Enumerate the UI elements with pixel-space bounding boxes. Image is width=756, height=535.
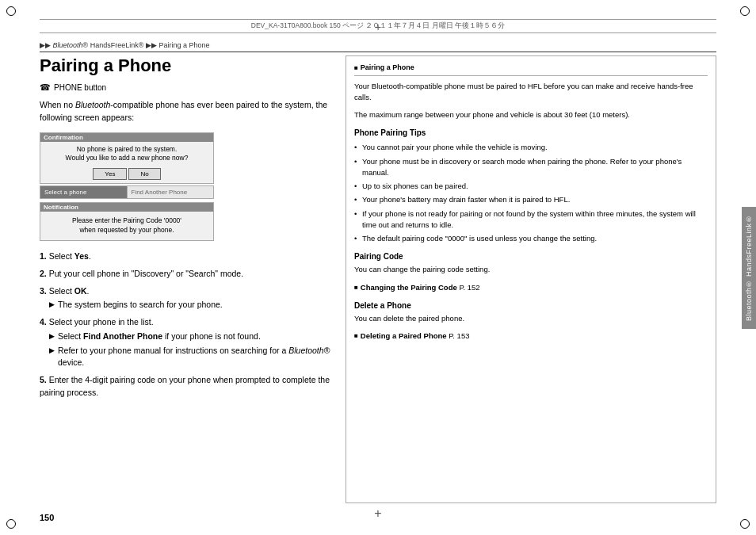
triangle-bullet-3: ▶ — [49, 300, 55, 311]
tip-2: Your phone must be in discovery or searc… — [354, 156, 708, 179]
notification-text: Please enter the Pairing Code '0000'when… — [45, 215, 208, 237]
phone-button-label: PHONE button — [54, 83, 106, 92]
find-another-label[interactable]: Find Another Phone — [128, 186, 214, 198]
step-4-sub1: ▶ Select Find Another Phone if your phon… — [40, 331, 333, 343]
confirmation-buttons: Yes No — [45, 168, 208, 180]
breadcrumb-arrows1: ▶▶ — [40, 41, 51, 49]
step-3-sub: ▶ The system begins to search for your p… — [40, 299, 333, 311]
intro-text: When no Bluetooth-compatible phone has e… — [40, 99, 333, 124]
tip-5: If your phone is not ready for pairing o… — [354, 208, 708, 231]
select-phone-label[interactable]: Select a phone — [40, 186, 128, 198]
breadcrumb-item2: Pairing a Phone — [158, 41, 209, 49]
page-title: Pairing a Phone — [40, 55, 333, 76]
delete-phone-text: You can delete the paired phone. — [354, 313, 708, 324]
pairing-code-title: Pairing Code — [354, 250, 708, 262]
left-column: Pairing a Phone ☎ PHONE button When no B… — [40, 55, 333, 503]
notification-title-bar: Notification — [40, 203, 213, 212]
breadcrumb-item1: Bluetooth® HandsFreeLink® — [53, 41, 144, 49]
step-5-text: Enter the 4-digit pairing code on your p… — [40, 375, 330, 397]
tips-list: You cannot pair your phone while the veh… — [354, 142, 708, 244]
step-1: 1. Select Yes. — [40, 250, 333, 263]
tip-1: You cannot pair your phone while the veh… — [354, 142, 708, 153]
tip-4: Your phone's battery may drain faster wh… — [354, 194, 708, 205]
right-col-title: ■ Pairing a Phone — [354, 63, 708, 76]
content-area: ▶▶ Bluetooth® HandsFreeLink® ▶▶ Pairing … — [40, 41, 716, 503]
step-2-text: Put your cell phone in "Discovery" or "S… — [49, 269, 243, 278]
step-1-num: 1. — [40, 251, 47, 261]
right-column: ■ Pairing a Phone Your Bluetooth-compati… — [346, 55, 716, 503]
select-phone-row: Select a phone Find Another Phone — [40, 185, 214, 199]
notification-content: Please enter the Pairing Code '0000'when… — [40, 212, 213, 240]
screenshots: Confirmation No phone is paired to the s… — [40, 132, 333, 243]
right-para1: Your Bluetooth-compatible phone must be … — [354, 81, 708, 104]
step-4-text: Select your phone in the list. — [49, 317, 154, 327]
delete-phone-ref: ■ Deleting a Paired Phone P. 153 — [354, 331, 708, 342]
side-tab: Bluetooth® HandsFreeLink® — [742, 206, 756, 328]
right-title-icon: ■ — [354, 63, 358, 73]
triangle-bullet-4a: ▶ — [49, 331, 55, 342]
confirmation-content: No phone is paired to the system.Would y… — [40, 142, 213, 184]
two-column-layout: Pairing a Phone ☎ PHONE button When no B… — [40, 55, 716, 503]
right-title-text: Pairing a Phone — [361, 63, 414, 74]
tip-3: Up to six phones can be paired. — [354, 181, 708, 192]
phone-icon: ☎ — [40, 82, 51, 93]
steps-list: 1. Select Yes. 2. Put your cell phone in… — [40, 250, 333, 399]
pairing-code-ref-icon: ■ — [354, 283, 358, 292]
step-1-text: Select Yes. — [49, 251, 91, 261]
step-4-sub2-text: Refer to your phone manual for instructi… — [58, 345, 333, 370]
confirmation-title-bar: Confirmation — [40, 133, 213, 142]
step-3-num: 3. — [40, 286, 47, 296]
step-2: 2. Put your cell phone in "Discovery" or… — [40, 268, 333, 281]
step-5: 5. Enter the 4-digit pairing code on you… — [40, 374, 333, 399]
phone-button-line: ☎ PHONE button — [40, 82, 333, 93]
yes-button[interactable]: Yes — [93, 168, 127, 180]
page-number: 150 — [40, 513, 54, 522]
step-4-sub2: ▶ Refer to your phone manual for instruc… — [40, 345, 333, 370]
step-4-num: 4. — [40, 317, 47, 327]
delete-phone-ref-text: Deleting a Paired Phone P. 153 — [361, 331, 470, 342]
step-3-text: Select OK. — [49, 286, 90, 296]
breadcrumb: ▶▶ Bluetooth® HandsFreeLink® ▶▶ Pairing … — [40, 41, 716, 52]
no-button[interactable]: No — [128, 168, 160, 180]
notification-screen: Notification Please enter the Pairing Co… — [40, 202, 214, 241]
bottom-crosshair — [374, 506, 381, 521]
confirmation-screen: Confirmation No phone is paired to the s… — [40, 132, 214, 185]
corner-mark-tr — [740, 6, 750, 16]
step-3-sub-text: The system begins to search for your pho… — [58, 299, 223, 311]
confirmation-text: No phone is paired to the system.Would y… — [45, 145, 208, 164]
pairing-code-text: You can change the pairing code setting. — [354, 264, 708, 275]
file-info-text: DEV_KA-31T0A800.book 150 ページ ２０１１年７月４日 月… — [251, 21, 505, 31]
triangle-bullet-4b: ▶ — [49, 346, 55, 357]
right-para2: The maximum range between your phone and… — [354, 109, 708, 120]
delete-phone-ref-icon: ■ — [354, 331, 358, 341]
delete-phone-title: Delete a Phone — [354, 300, 708, 311]
breadcrumb-arrows2: ▶▶ — [146, 41, 157, 49]
file-info-bar: DEV_KA-31T0A800.book 150 ページ ２０１１年７月４日 月… — [40, 19, 716, 33]
corner-mark-br — [740, 519, 750, 529]
step-2-num: 2. — [40, 269, 47, 278]
step-5-num: 5. — [40, 375, 47, 384]
tips-title: Phone Pairing Tips — [354, 127, 708, 139]
step-4: 4. Select your phone in the list. ▶ Sele… — [40, 316, 333, 369]
pairing-code-ref: ■ Changing the Pairing Code P. 152 — [354, 282, 708, 293]
page: + DEV_KA-31T0A800.book 150 ページ ２０１１年７月４日… — [0, 0, 756, 535]
tip-6: The default pairing code "0000" is used … — [354, 233, 708, 244]
step-4-sub1-text: Select Find Another Phone if your phone … — [58, 331, 261, 343]
pairing-code-ref-text: Changing the Pairing Code P. 152 — [361, 282, 480, 293]
corner-mark-bl — [6, 519, 16, 529]
step-3: 3. Select OK. ▶ The system begins to sea… — [40, 285, 333, 312]
corner-mark-tl — [6, 6, 16, 16]
